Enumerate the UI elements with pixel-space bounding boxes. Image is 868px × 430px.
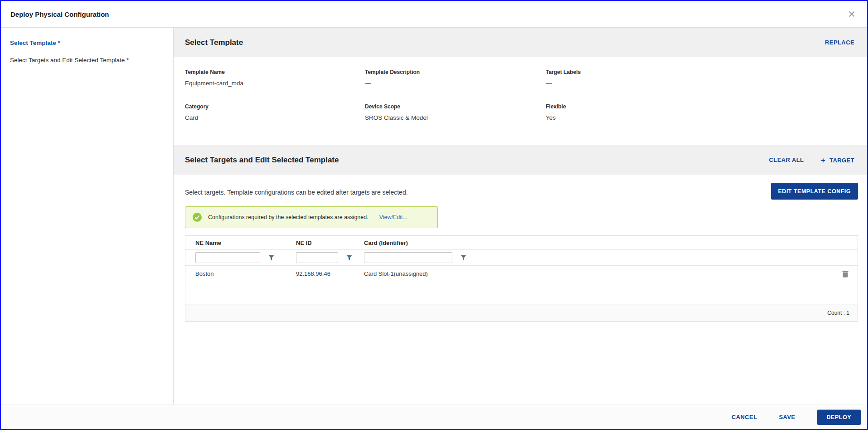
template-description-label: Template Description [365,69,546,75]
template-description-field: Template Description — [365,69,546,103]
clear-all-button[interactable]: CLEAR ALL [769,156,804,163]
select-template-section-header: Select Template REPLACE [174,28,867,57]
deploy-physical-configuration-dialog: Deploy Physical Configuration Select Tem… [0,0,868,430]
template-description-value: — [365,80,546,87]
stepper-item-select-targets[interactable]: Select Targets and Edit Selected Templat… [10,56,164,64]
plus-icon: + [821,156,825,164]
trash-icon[interactable] [842,270,849,278]
target-labels-field: Target Labels — [546,69,856,103]
template-name-field: Template Name Equipment-card_mda [185,69,365,103]
banner-message: Configurations required by the selected … [208,214,369,220]
cell-ne-id: 92.168.96.46 [286,270,354,277]
save-button[interactable]: SAVE [779,414,795,420]
category-field: Category Card [185,103,365,145]
category-value: Card [185,114,365,121]
device-scope-value: SROS Classic & Model [365,114,546,121]
row-count: Count : 1 [827,310,849,316]
dialog-footer-bar: CANCEL SAVE DEPLOY [1,405,867,429]
card-identifier-filter-input[interactable] [364,252,452,263]
step-list: Select Template * Select Targets and Edi… [1,28,174,405]
dialog-title: Deploy Physical Configuration [10,10,109,18]
template-name-value: Equipment-card_mda [185,80,365,87]
dialog-body: Select Template * Select Targets and Edi… [1,28,867,405]
column-header-ne-id: NE ID [286,239,354,246]
targets-table: NE Name NE ID Card (Identifier) [185,235,858,322]
select-template-section-title: Select Template [185,38,243,47]
select-targets-section-title: Select Targets and Edit Selected Templat… [185,156,339,165]
column-header-card-identifier: Card (Identifier) [354,239,504,246]
device-scope-label: Device Scope [365,103,546,110]
deploy-button[interactable]: DEPLOY [817,410,861,425]
template-summary-fields: Template Name Equipment-card_mda Templat… [174,57,867,145]
add-target-label: TARGET [829,157,854,164]
stepper-item-select-template[interactable]: Select Template * [10,39,164,47]
filter-funnel-icon[interactable] [346,255,352,261]
success-check-icon [193,213,202,222]
table-filter-row [185,250,858,266]
filter-funnel-icon[interactable] [461,255,466,261]
category-label: Category [185,103,365,110]
select-targets-body: Select targets. Template configurations … [174,175,867,322]
target-labels-label: Target Labels [546,69,856,75]
table-row[interactable]: Boston 92.168.96.46 Card Slot-1(unassign… [185,266,858,282]
device-scope-field: Device Scope SROS Classic & Model [365,103,546,145]
close-icon[interactable] [849,11,855,17]
ne-name-filter-input[interactable] [195,252,260,263]
ne-id-filter-input[interactable] [296,252,338,263]
table-header-row: NE Name NE ID Card (Identifier) [185,236,858,250]
add-target-button[interactable]: +TARGET [821,156,854,164]
replace-button[interactable]: REPLACE [825,39,854,46]
config-status-banner: Configurations required by the selected … [185,206,438,228]
select-targets-section-header: Select Targets and Edit Selected Templat… [174,145,867,175]
column-header-ne-name: NE Name [185,239,286,246]
flexible-label: Flexible [546,103,856,110]
flexible-field: Flexible Yes [546,103,856,145]
target-labels-value: — [546,80,856,87]
cancel-button[interactable]: CANCEL [732,414,757,420]
filter-funnel-icon[interactable] [268,255,274,261]
edit-template-config-button[interactable]: EDIT TEMPLATE CONFIG [771,183,858,200]
cell-card-identifier: Card Slot-1(unassigned) [354,270,504,277]
template-name-label: Template Name [185,69,365,75]
table-footer: Count : 1 [185,304,858,321]
cell-ne-name: Boston [185,270,286,277]
flexible-value: Yes [546,114,856,121]
targets-intro-text: Select targets. Template configurations … [185,189,408,196]
content-panel: Select Template REPLACE Template Name Eq… [174,28,867,405]
view-edit-link[interactable]: View/Edit... [379,214,407,220]
dialog-title-bar: Deploy Physical Configuration [1,1,867,28]
